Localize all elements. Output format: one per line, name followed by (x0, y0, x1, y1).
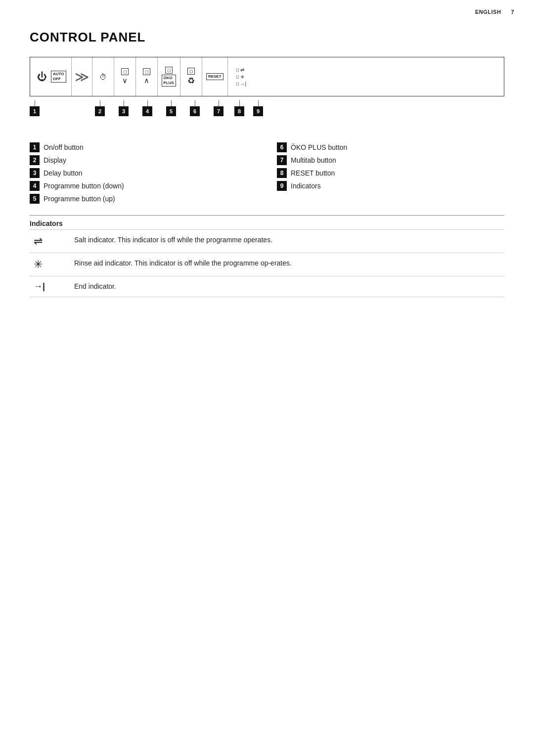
oko-plus-label: ÖKOPLUS (162, 75, 176, 87)
badge-6: 6 (190, 106, 200, 116)
dot-small: ◻ (143, 68, 150, 75)
item-row-9: 9 Indicators (277, 179, 504, 192)
language-label: ENGLISH (475, 9, 501, 15)
indicators-area: ◻ ⇌ ◻ ✳ ◻ →| (228, 57, 255, 96)
item-label-3: Delay button (44, 169, 83, 177)
main-content: CONTROL PANEL ⏻ AUTOOFF ≫ (0, 0, 534, 317)
clock-icon: ⏱ (99, 73, 107, 81)
panel-number-row: 1 2 3 4 5 (30, 100, 504, 116)
chevron-right-icon: ≫ (75, 69, 89, 85)
item-row-5: 5 Programme button (up) (30, 192, 257, 205)
num-label-6: 6 (190, 100, 200, 116)
prog-down-inner: ◻ ∧ (143, 68, 150, 85)
indicators-title: Indicators (30, 216, 504, 230)
chevrons-decoration: ≫ (72, 57, 92, 96)
badge-3: 3 (119, 106, 129, 116)
auto-off-button-area: AUTOOFF (51, 71, 66, 83)
num-label-9: 9 (253, 100, 263, 116)
checkmark-icon: ∨ (122, 76, 128, 85)
rinse-symbol: ✳ (30, 258, 74, 271)
item-badge-1: 1 (30, 142, 40, 152)
power-icon: ⏻ (37, 71, 47, 83)
item-badge-8: 8 (277, 168, 287, 178)
item-label-8: RESET button (291, 169, 335, 177)
item-row-8: 8 RESET button (277, 167, 504, 179)
auto-off-label: AUTOOFF (51, 71, 66, 83)
page-title: CONTROL PANEL (30, 30, 504, 45)
num-label-1: 1 (30, 100, 40, 116)
item-label-2: Display (44, 156, 66, 164)
multitab-button: ◻ ♻ (180, 57, 202, 96)
delay-button: ◻ ∨ (114, 57, 136, 96)
badge-7: 7 (214, 106, 223, 116)
salt-description: Salt indicator. This indicator is off wh… (74, 235, 504, 245)
oko-plus-button: ◻ ÖKOPLUS (158, 57, 180, 96)
num-label-3: 3 (119, 100, 129, 116)
item-badge-4: 4 (30, 181, 40, 191)
item-badge-7: 7 (277, 155, 287, 165)
item-row-7: 7 Multitab button (277, 154, 504, 167)
salt-symbol: ⇌ (30, 235, 74, 248)
items-left-column: 1 On/off button 2 Display 3 Delay button… (30, 141, 257, 205)
small-square-1: ◻ (236, 68, 239, 72)
small-square-2: ◻ (236, 75, 239, 79)
right-indicators: ◻ ⇌ ◻ ✳ ◻ →| (232, 65, 251, 89)
display-button: ⏱ (92, 57, 114, 96)
badge-5: 5 (166, 106, 176, 116)
rinse-description: Rinse aid indicator. This indicator is o… (74, 258, 504, 268)
small-square-3: ◻ (236, 82, 239, 86)
reset-inner: RESET (206, 73, 223, 80)
item-row-4: 4 Programme button (down) (30, 179, 257, 192)
rinse-icon: ✳ (34, 258, 43, 271)
display-inner: ⏱ (99, 73, 107, 81)
item-label-9: Indicators (291, 182, 321, 190)
items-right-column: 6 ÖKO PLUS button 7 Multitab button 8 RE… (277, 141, 504, 205)
rinse-indicator-light: ◻ ✳ (236, 74, 247, 80)
end-symbol: →| (30, 281, 74, 292)
reset-button: RESET (202, 57, 228, 96)
indicator-row-salt: ⇌ Salt indicator. This indicator is off … (30, 230, 504, 253)
salt-icon: ⇌ (34, 235, 43, 248)
prog-down-button: ◻ ∧ (136, 57, 158, 96)
power-button-area: ⏻ (37, 71, 47, 83)
num-label-8: 8 (234, 100, 244, 116)
delay-dot: ◻ (121, 68, 129, 75)
item-row-1: 1 On/off button (30, 141, 257, 154)
salt-sym: ⇌ (240, 67, 244, 73)
badge-1: 1 (30, 106, 40, 116)
badge-9: 9 (253, 106, 263, 116)
num-label-7: 7 (214, 100, 223, 116)
multitab-dot: ◻ (187, 68, 195, 75)
page-header: ENGLISH 7 (475, 9, 514, 15)
item-badge-2: 2 (30, 155, 40, 165)
num-label-4: 4 (142, 100, 152, 116)
item-badge-9: 9 (277, 181, 287, 191)
item-badge-3: 3 (30, 168, 40, 178)
end-description: End indicator. (74, 281, 504, 292)
delay-inner: ◻ ∨ (121, 68, 129, 85)
end-sym: →| (240, 81, 247, 87)
reset-label: RESET (206, 73, 223, 80)
control-panel-diagram: ⏻ AUTOOFF ≫ ⏱ (30, 57, 504, 116)
item-badge-5: 5 (30, 194, 40, 204)
item-label-4: Programme button (down) (44, 182, 124, 190)
item-row-6: 6 ÖKO PLUS button (277, 141, 504, 154)
page-number: 7 (511, 9, 514, 15)
multitab-inner: ◻ ♻ (187, 68, 195, 86)
rinse-sym: ✳ (240, 74, 244, 80)
num-label-5: 5 (166, 100, 176, 116)
num-label-2: 2 (95, 100, 105, 116)
oko-dot: ◻ (165, 67, 173, 74)
indicator-row-rinse: ✳ Rinse aid indicator. This indicator is… (30, 253, 504, 276)
end-icon: →| (34, 281, 45, 292)
item-label-5: Programme button (up) (44, 195, 115, 203)
item-label-6: ÖKO PLUS button (291, 143, 347, 151)
item-label-7: Multitab button (291, 156, 336, 164)
item-label-1: On/off button (44, 143, 84, 151)
item-badge-6: 6 (277, 142, 287, 152)
end-indicator-light: ◻ →| (236, 81, 247, 87)
items-grid: 1 On/off button 2 Display 3 Delay button… (30, 141, 504, 205)
oko-plus-inner: ◻ ÖKOPLUS (162, 67, 176, 87)
badge-2: 2 (95, 106, 105, 116)
multitab-icon: ♻ (187, 76, 195, 86)
